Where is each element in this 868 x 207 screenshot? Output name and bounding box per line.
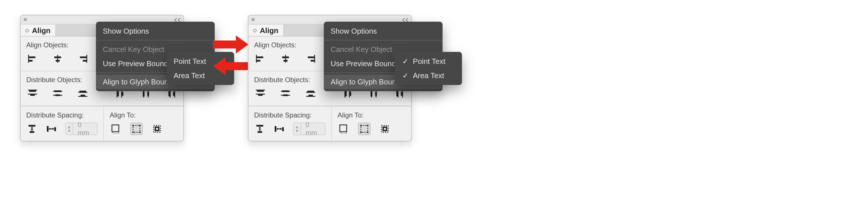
spacing-value: 0 mm	[73, 121, 97, 137]
svg-rect-57	[256, 57, 263, 58]
svg-rect-55	[155, 127, 159, 131]
align-to-key-icon[interactable]	[151, 123, 163, 135]
svg-rect-7	[80, 57, 87, 58]
tab-align[interactable]: ◇ Align	[248, 25, 283, 36]
section-distribute-spacing: Distribute Spacing: ▲▼ 0 mm	[21, 107, 104, 141]
svg-rect-21	[30, 94, 35, 96]
dist-top-icon[interactable]	[254, 87, 267, 100]
align-left-icon[interactable]	[26, 53, 39, 65]
align-horizontal-group	[26, 53, 89, 65]
svg-rect-102	[282, 127, 284, 131]
svg-rect-91	[371, 91, 372, 96]
svg-rect-77	[258, 94, 263, 96]
svg-rect-85	[308, 95, 313, 96]
svg-rect-61	[283, 60, 287, 62]
svg-rect-48	[112, 125, 119, 132]
svg-rect-31	[117, 91, 119, 96]
label-distribute-spacing: Distribute Spacing:	[254, 111, 326, 119]
svg-rect-98	[256, 125, 263, 127]
svg-rect-5	[56, 60, 60, 62]
check-icon: ✓	[401, 71, 409, 80]
svg-rect-29	[81, 95, 85, 96]
svg-rect-41	[173, 92, 175, 96]
svg-rect-42	[29, 125, 35, 127]
dist-space-v-icon[interactable]	[254, 123, 266, 135]
dist-space-h-icon[interactable]	[274, 123, 285, 135]
close-icon[interactable]: ✕	[23, 17, 27, 23]
dist-bottom-icon[interactable]	[76, 87, 89, 100]
align-h-center-icon[interactable]	[279, 53, 292, 65]
align-left-icon[interactable]	[254, 53, 267, 65]
align-to-selection-icon[interactable]	[358, 123, 371, 135]
menu-separator	[96, 40, 215, 40]
svg-rect-58	[256, 60, 260, 62]
align-to-artboard-icon[interactable]	[110, 123, 122, 135]
tab-label: Align	[32, 26, 51, 34]
svg-rect-45	[47, 126, 49, 132]
label-distribute-spacing: Distribute Spacing:	[26, 111, 98, 119]
svg-rect-46	[54, 127, 56, 131]
label-align-to: Align To:	[110, 111, 178, 119]
align-to-key-icon[interactable]	[379, 123, 391, 135]
svg-rect-63	[308, 57, 315, 58]
svg-rect-101	[275, 126, 276, 132]
dist-space-h-icon[interactable]	[46, 123, 57, 135]
menu-separator	[324, 40, 442, 40]
svg-rect-81	[283, 94, 288, 96]
svg-rect-2	[29, 60, 33, 62]
svg-rect-87	[345, 91, 347, 96]
label-align-to: Align To:	[338, 111, 405, 119]
spacing-spinbox[interactable]: ▲▼ 0 mm	[293, 123, 326, 135]
check-icon: ✓	[401, 57, 409, 66]
svg-point-106	[360, 125, 362, 126]
collapse-icon[interactable]	[402, 18, 409, 22]
spacing-spinbox[interactable]: ▲▼ 0 mm	[65, 123, 98, 135]
glyph-bounds-submenu: ✓Point Text ✓Area Text	[395, 52, 462, 85]
svg-rect-83	[307, 91, 314, 92]
submenu-point-text[interactable]: ✓Point Text	[395, 54, 462, 68]
svg-rect-27	[80, 91, 86, 92]
svg-rect-33	[122, 92, 123, 96]
submenu-area-text[interactable]: ✓Area Text	[395, 68, 462, 83]
svg-rect-1	[29, 57, 35, 58]
tab-label: Align	[260, 26, 278, 34]
svg-rect-23	[54, 91, 61, 92]
svg-rect-4	[54, 57, 61, 58]
align-h-center-icon[interactable]	[52, 53, 64, 65]
tab-align[interactable]: ◇ Align	[21, 25, 56, 36]
svg-point-50	[132, 125, 134, 126]
dist-v-center-icon[interactable]	[279, 87, 292, 100]
arrow-right-icon	[213, 35, 248, 54]
svg-point-53	[139, 132, 141, 133]
align-to-selection-icon[interactable]	[130, 123, 143, 135]
menu-show-options[interactable]: Show Options	[324, 24, 442, 38]
svg-rect-79	[282, 91, 289, 92]
section-bottom: Distribute Spacing: ▲▼ 0 mm Align To:	[21, 106, 183, 141]
align-to-artboard-icon[interactable]	[338, 123, 350, 135]
svg-rect-8	[83, 60, 87, 62]
svg-point-108	[360, 132, 362, 133]
align-right-icon[interactable]	[76, 53, 89, 65]
svg-rect-37	[147, 92, 149, 96]
align-right-icon[interactable]	[304, 53, 317, 65]
svg-point-109	[367, 132, 368, 133]
collapse-icon[interactable]	[174, 18, 181, 22]
svg-rect-105	[361, 126, 368, 132]
dist-top-icon[interactable]	[26, 87, 39, 100]
stepper-icon[interactable]: ▲▼	[66, 123, 73, 135]
dist-v-center-icon[interactable]	[52, 87, 64, 100]
svg-rect-111	[383, 127, 386, 131]
dist-bottom-icon[interactable]	[304, 87, 317, 100]
svg-rect-43	[30, 131, 34, 133]
stepper-icon[interactable]: ▲▼	[293, 123, 301, 135]
menu-show-options[interactable]: Show Options	[96, 24, 215, 38]
dist-space-v-icon[interactable]	[26, 123, 38, 135]
arrow-left-icon	[213, 57, 248, 75]
svg-rect-97	[401, 92, 403, 96]
svg-rect-93	[375, 92, 377, 96]
close-icon[interactable]: ✕	[251, 17, 255, 23]
svg-rect-60	[282, 57, 289, 58]
svg-rect-104	[340, 125, 347, 132]
section-align-to: Align To:	[332, 107, 411, 141]
svg-rect-35	[143, 91, 145, 96]
